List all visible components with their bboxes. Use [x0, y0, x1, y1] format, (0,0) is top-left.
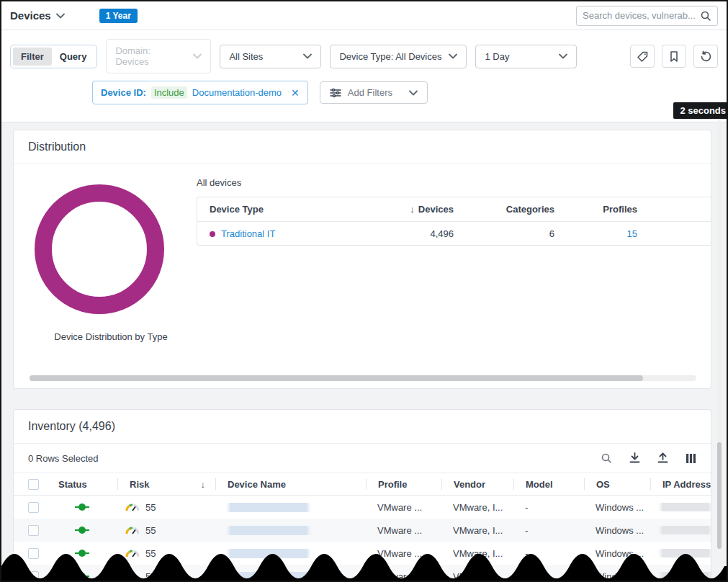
distribution-table-header: Device Type ↓Devices Categories Profiles…: [197, 197, 711, 221]
col-device-type[interactable]: Device Type: [197, 204, 370, 215]
chevron-down-icon: [193, 53, 202, 59]
series-color-dot: [210, 231, 215, 237]
table-row[interactable]: 55 VMware ... VMware, I... - Windows ...: [14, 496, 711, 519]
profile-cell: VMware ...: [366, 525, 441, 536]
table-row[interactable]: 55 VMware ... VMware, I... - Windows ...: [14, 519, 711, 542]
inventory-title: Inventory (4,496): [14, 410, 711, 444]
download-icon: [629, 452, 640, 464]
inventory-table-header: Status Risk↓ Device Name Profile Vendor …: [14, 473, 711, 496]
col-ip-address[interactable]: IP Address: [650, 478, 711, 490]
model-cell: -: [513, 525, 584, 536]
time-window-dropdown[interactable]: 1 Day: [475, 45, 577, 68]
add-filters-button[interactable]: Add Filters: [320, 81, 428, 104]
reset-button[interactable]: [693, 45, 718, 68]
export-download-button[interactable]: [629, 452, 640, 464]
sites-dropdown[interactable]: All Sites: [220, 45, 321, 68]
filter-section: Filter Query Domain: Devices All Sites D…: [1, 30, 727, 122]
ip-address-redacted: [662, 503, 709, 511]
time-window-label: 1 Day: [485, 51, 509, 62]
query-tab[interactable]: Query: [52, 48, 95, 66]
col-model[interactable]: Model: [513, 478, 584, 490]
col-devices-at-risk[interactable]: Devices at Risk: [640, 204, 711, 215]
distribution-table-row: Traditional IT 4,496 6 15: [197, 221, 711, 245]
inventory-toolbar: 0 Rows Selected: [14, 444, 711, 473]
col-profile[interactable]: Profile: [366, 478, 441, 490]
vendor-cell: VMware, I...: [441, 502, 513, 513]
table-search-button[interactable]: [601, 452, 612, 464]
risk-score: 55: [145, 525, 156, 536]
col-profiles[interactable]: Profiles: [557, 204, 640, 215]
torn-edge-wave: [1, 550, 727, 581]
domain-dropdown-label: Domain: Devices: [115, 45, 186, 67]
top-bar: Devices 1 Year: [1, 1, 727, 30]
page-content: Distribution Device Distribution by Type…: [1, 122, 727, 582]
row-checkbox[interactable]: [28, 525, 39, 536]
search-icon: [601, 452, 612, 464]
chevron-down-icon: [56, 13, 65, 19]
app-window: Devices 1 Year Filter Query Domain: Devi…: [0, 0, 728, 582]
risk-score: 55: [145, 502, 156, 513]
chip-field: Device ID:: [101, 87, 146, 98]
bookmark-icon: [668, 50, 680, 63]
col-os[interactable]: OS: [584, 478, 650, 490]
devices-menu[interactable]: Devices: [10, 9, 65, 22]
time-range-badge[interactable]: 1 Year: [99, 9, 138, 23]
col-device-name[interactable]: Device Name: [215, 478, 366, 490]
chevron-down-icon: [449, 53, 457, 59]
select-all-checkbox[interactable]: [28, 479, 39, 490]
rows-selected-label: 0 Rows Selected: [28, 453, 99, 464]
all-devices-label: All devices: [197, 177, 711, 188]
distribution-table: Device Type ↓Devices Categories Profiles…: [197, 197, 711, 246]
chevron-down-icon: [303, 53, 312, 59]
ip-address-redacted: [662, 526, 709, 534]
status-connected-icon: [75, 503, 89, 511]
device-type-link[interactable]: Traditional IT: [221, 228, 275, 239]
col-categories[interactable]: Categories: [457, 204, 557, 215]
categories-count-cell: 6: [457, 228, 557, 239]
sliders-icon: [330, 88, 341, 98]
search-input[interactable]: [583, 10, 700, 21]
filter-query-toggle: Filter Query: [10, 45, 97, 68]
horizontal-scrollbar-thumb[interactable]: [30, 375, 643, 381]
profile-cell: VMware ...: [366, 502, 441, 513]
col-vendor[interactable]: Vendor: [441, 478, 513, 490]
columns-icon: [686, 453, 696, 464]
search-icon: [700, 10, 711, 22]
risk-gauge-icon: [125, 526, 139, 535]
upload-icon: [657, 452, 668, 464]
filter-chip-device-id[interactable]: Device ID: Include Documentation-demo ✕: [92, 81, 308, 104]
device-name-redacted[interactable]: [230, 503, 307, 512]
vertical-scrollbar-thumb[interactable]: [717, 442, 722, 549]
sort-desc-icon: ↓: [201, 479, 206, 490]
risk-gauge-icon: [125, 503, 139, 512]
add-filters-label: Add Filters: [348, 87, 392, 98]
profiles-link[interactable]: 15: [627, 228, 637, 239]
device-distribution-donut-chart[interactable]: [35, 184, 164, 314]
chip-remove-icon[interactable]: ✕: [291, 87, 300, 99]
bookmark-button[interactable]: [662, 45, 686, 68]
import-upload-button[interactable]: [657, 452, 668, 464]
profiles-count-cell: 15: [557, 228, 640, 239]
device-name-redacted[interactable]: [230, 526, 307, 535]
chevron-down-icon: [409, 90, 418, 96]
filter-tab[interactable]: Filter: [13, 48, 52, 66]
column-settings-button[interactable]: [686, 453, 696, 464]
col-devices[interactable]: ↓Devices: [370, 204, 457, 215]
model-cell: -: [513, 502, 584, 513]
page-title: Devices: [10, 9, 51, 22]
os-cell: Windows ...: [584, 502, 650, 513]
chevron-down-icon: [559, 53, 567, 59]
row-checkbox[interactable]: [28, 502, 39, 513]
device-type-dropdown[interactable]: Device Type: All Devices: [330, 45, 467, 68]
devices-count-cell: 4,496: [370, 228, 457, 239]
col-status[interactable]: Status: [47, 478, 117, 490]
tag-icon: [637, 50, 649, 63]
global-search[interactable]: [576, 6, 718, 26]
horizontal-scrollbar[interactable]: [30, 375, 696, 381]
chip-operator: Include: [151, 86, 187, 99]
distribution-title: Distribution: [14, 130, 711, 164]
sites-dropdown-label: All Sites: [229, 51, 263, 62]
tag-button[interactable]: [630, 45, 655, 68]
col-risk[interactable]: Risk↓: [117, 478, 215, 490]
status-connected-icon: [75, 526, 89, 534]
